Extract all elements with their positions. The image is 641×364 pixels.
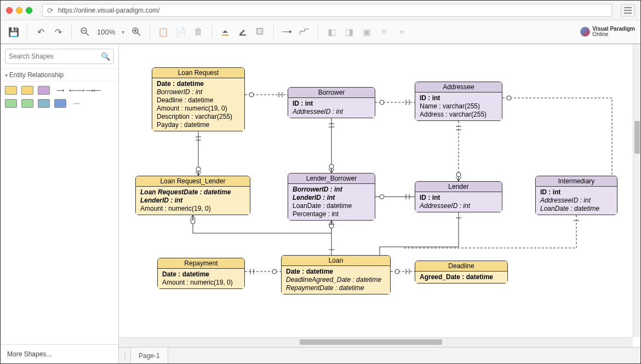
zoom-in-button[interactable] <box>129 24 144 39</box>
zoom-dropdown-icon[interactable]: ▾ <box>119 29 127 35</box>
entity-attr: Description : varchar(255) <box>157 113 240 121</box>
palette-entity-yellow-2[interactable] <box>21 86 33 95</box>
horizontal-scrollbar-thumb[interactable] <box>300 339 442 345</box>
to-back-button[interactable]: ◨ <box>341 24 357 39</box>
group-button[interactable]: ▣ <box>359 24 374 39</box>
entity-attr: Date : datetime <box>157 80 240 88</box>
copy-button[interactable]: 📋 <box>156 24 171 39</box>
entity-attr: ID : int <box>540 188 613 197</box>
connector-style-button[interactable] <box>279 24 295 39</box>
line-color-button[interactable] <box>235 24 250 39</box>
entity-attr: Amount : numeric(19, 0) <box>162 279 240 287</box>
reload-icon[interactable]: ⟳ <box>47 6 54 15</box>
waypoint-style-button[interactable] <box>297 24 312 39</box>
svg-rect-7 <box>222 34 228 36</box>
paste-button[interactable]: 📄 <box>173 24 188 39</box>
shape-palette: ⟶ ⟵⟶ ⟶⟵ ┄┄ <box>1 82 118 112</box>
diagram-canvas[interactable]: Loan RequestDate : datetimeBorrowerID : … <box>119 44 640 347</box>
entity-header: Lender_Borrower <box>288 174 375 184</box>
search-icon: 🔍 <box>101 52 110 61</box>
menu-button[interactable] <box>621 4 635 16</box>
entity-body: Date : datetimeDeadlineAgreed_Date : dat… <box>282 266 390 294</box>
entity-header: Borrower <box>288 88 375 98</box>
entity-attr: Loan RequestDate : datetime <box>140 188 245 197</box>
delete-button[interactable]: 🗑 <box>191 24 206 39</box>
entity-body: Loan RequestDate : datetimeLenderID : in… <box>136 187 250 215</box>
shape-search-input[interactable] <box>9 53 101 60</box>
shape-search[interactable]: 🔍 <box>5 49 114 64</box>
svg-point-15 <box>196 167 201 171</box>
entity-attr: ID : int <box>420 194 497 202</box>
entity-loan_request_lender[interactable]: Loan Request_LenderLoan RequestDate : da… <box>135 176 250 215</box>
palette-conn-zero[interactable]: ⟶⟵ <box>87 86 99 95</box>
entity-addressee[interactable]: AddresseeID : intName : varchar(255)Addr… <box>415 82 502 121</box>
entity-body: ID : intAddresseeID : int <box>288 98 375 118</box>
redo-button[interactable]: ↷ <box>50 24 66 39</box>
entity-attr: Amount : numeric(19, 0) <box>157 105 240 113</box>
entity-attr: Percentage : int <box>293 210 370 218</box>
entity-header: Intermediary <box>536 176 617 187</box>
close-window-button[interactable] <box>6 7 13 14</box>
entity-attr: Address : varchar(255) <box>420 111 497 119</box>
entity-body: Agreed_Date : datetime <box>415 271 507 283</box>
entity-deadline[interactable]: DeadlineAgreed_Date : datetime <box>415 261 508 284</box>
save-button[interactable]: 💾 <box>6 24 21 39</box>
entity-header: Addressee <box>415 82 502 93</box>
vertical-scrollbar[interactable] <box>633 44 640 337</box>
entity-attr: ID : int <box>293 100 370 108</box>
palette-conn-many[interactable]: ⟶ <box>54 86 66 95</box>
minimize-window-button[interactable] <box>16 7 22 14</box>
entity-header: Repayment <box>158 258 244 269</box>
entity-body: ID : intName : varchar(255)Address : var… <box>415 93 502 120</box>
entity-borrower[interactable]: BorrowerID : intAddresseeID : int <box>288 87 375 118</box>
entity-body: ID : intAddresseeID : intLoanDate : date… <box>536 187 617 215</box>
url-input[interactable] <box>58 7 607 14</box>
entity-attr: Agreed_Date : datetime <box>420 273 503 281</box>
svg-line-4 <box>138 33 140 36</box>
entity-attr: DeadlineAgreed_Date : datetime <box>286 276 386 284</box>
address-bar[interactable]: ⟳ <box>42 4 612 17</box>
toolbar: 💾 ↶ ↷ 100%▾ 📋 📄 🗑 ◧ ◨ ▣ ≡ ＋ Visual Parad… <box>1 20 640 44</box>
palette-entity-teal[interactable] <box>38 99 50 108</box>
tab-page-1[interactable]: Page-1 <box>131 348 168 363</box>
entity-loan_request[interactable]: Loan RequestDate : datetimeBorrowerID : … <box>152 67 245 131</box>
maximize-window-button[interactable] <box>26 7 32 14</box>
shadow-button[interactable] <box>253 24 268 39</box>
entity-attr: BorrowerID : int <box>293 186 370 194</box>
to-front-button[interactable]: ◧ <box>324 24 339 39</box>
palette-entity-purple[interactable] <box>38 86 50 95</box>
zoom-out-button[interactable] <box>77 24 93 39</box>
palette-entity-yellow[interactable] <box>5 86 17 95</box>
add-button[interactable]: ＋ <box>394 24 409 39</box>
sidebar-section-er[interactable]: Entity Relationship <box>1 68 118 82</box>
svg-point-20 <box>329 224 334 228</box>
palette-conn-dash[interactable]: ┄┄ <box>71 99 83 108</box>
entity-lender_borrower[interactable]: Lender_BorrowerBorrowerID : intLenderID … <box>288 173 375 221</box>
entity-intermediary[interactable]: IntermediaryID : intAddresseeID : intLoa… <box>535 176 617 215</box>
entity-loan[interactable]: LoanDate : datetimeDeadlineAgreed_Date :… <box>281 255 391 294</box>
more-shapes-button[interactable]: More Shapes... <box>1 344 118 363</box>
palette-entity-blue[interactable] <box>54 99 66 108</box>
entity-lender[interactable]: LenderID : intAddresseeID : int <box>415 181 502 212</box>
svg-point-12 <box>249 93 254 97</box>
vertical-scrollbar-thumb[interactable] <box>634 121 640 154</box>
palette-entity-green[interactable] <box>5 99 17 108</box>
entity-attr: AddresseeID : int <box>420 202 497 210</box>
align-button[interactable]: ≡ <box>376 24 392 39</box>
entity-header: Loan Request_Lender <box>136 176 250 187</box>
palette-entity-green-2[interactable] <box>21 99 33 108</box>
entity-repayment[interactable]: RepaymentDate : datetimeAmount : numeric… <box>157 258 245 289</box>
svg-rect-10 <box>258 30 264 35</box>
svg-point-13 <box>380 100 384 105</box>
palette-conn-one[interactable]: ⟵⟶ <box>71 86 83 95</box>
entity-attr: LenderID : int <box>293 194 370 202</box>
entity-attr: ID : int <box>420 94 497 102</box>
titlebar: ⟳ <box>1 1 640 20</box>
fill-color-button[interactable] <box>218 24 233 39</box>
tab-menu-button[interactable]: ⋮ <box>119 348 131 363</box>
vp-logo-icon <box>580 27 590 37</box>
horizontal-scrollbar[interactable] <box>119 337 633 347</box>
undo-button[interactable]: ↶ <box>33 24 48 39</box>
svg-line-1 <box>86 33 89 36</box>
zoom-level[interactable]: 100% <box>95 28 117 36</box>
